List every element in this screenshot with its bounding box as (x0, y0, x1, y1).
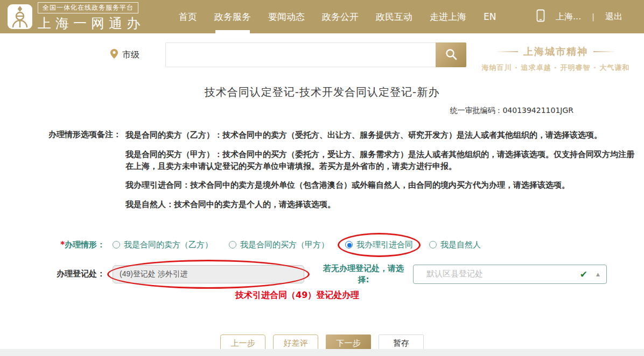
registry-input-wrap (113, 265, 304, 283)
registry-row: 办理登记处： 若无办理登记处，请选择: 默认区县登记处 ✔ ▲ (0, 263, 644, 286)
remarks-body: 我是合同的卖方（乙方）：技术合同中的卖方（受托方、出让方、服务提供方、研究开发方… (125, 130, 637, 218)
search-button[interactable] (436, 42, 466, 67)
nav-item-interaction[interactable]: 政民互动 (367, 0, 421, 33)
nav-item-home[interactable]: 首页 (170, 0, 206, 33)
approval-code-label: 统一审批编码： (450, 106, 502, 115)
search-group (165, 42, 466, 67)
decorative-line-right (593, 51, 616, 52)
city-spirit-block: 上海城市精神 海纳百川 · 追求卓越 · 开明睿智 · 大气谦和 (475, 45, 636, 73)
situation-label: *办理情形： (0, 240, 105, 250)
nav-item-english[interactable]: EN (475, 0, 505, 33)
radio-option-seller[interactable]: 我是合同的卖方（乙方） (113, 240, 213, 250)
radio-option-buyer[interactable]: 我是合同的买方（甲方） (229, 240, 329, 250)
radio-option-import[interactable]: 我办理引进合同 (345, 240, 413, 250)
main-nav: 首页 政务服务 要闻动态 政务公开 政民互动 走进上海 EN (170, 0, 505, 33)
region-label: 市级 (122, 49, 139, 61)
registry-label: 办理登记处： (0, 269, 105, 279)
header: 全国一体化在线政务服务平台 上海一网通办 首页 政务服务 要闻动态 政务公开 政… (0, 0, 644, 33)
radio-circle-icon[interactable] (113, 241, 120, 248)
nav-item-services[interactable]: 政务服务 (206, 0, 260, 33)
platform-label: 全国一体化在线政务服务平台 (38, 2, 138, 13)
radio-circle-icon[interactable] (429, 241, 437, 248)
radio-label: 我办理引进合同 (356, 240, 413, 250)
registry-note: 技术引进合同（49）登记处办理 (235, 290, 644, 301)
site-logo[interactable]: 全国一体化在线政务服务平台 上海一网通办 (8, 2, 144, 32)
page: 全国一体化在线政务服务平台 上海一网通办 首页 政务服务 要闻动态 政务公开 政… (0, 0, 644, 356)
header-separator: | (592, 12, 594, 21)
caret-up-icon[interactable]: ▲ (596, 272, 600, 277)
remarks-section: 办理情形选项备注： 我是合同的卖方（乙方）：技术合同中的卖方（受托方、出让方、服… (0, 130, 644, 218)
district-registry-dropdown[interactable]: 默认区县登记处 ✔ ▲ (413, 265, 607, 284)
decorative-line-left (495, 51, 518, 52)
remarks-paragraph-seller: 我是合同的卖方（乙方）：技术合同中的卖方（受托方、出让方、服务提供方、研究开发方… (125, 130, 637, 141)
situation-row: *办理情形： 我是合同的卖方（乙方） 我是合同的买方（甲方） 我办理引进合同 我… (0, 240, 644, 250)
user-name-link[interactable]: 上海... (556, 11, 581, 23)
remarks-paragraph-import: 我办理引进合同：技术合同中的卖方是境外单位（包含港澳台）或外籍自然人，由合同的境… (125, 180, 637, 191)
radio-circle-icon[interactable] (229, 241, 236, 248)
logo-emblem-icon (8, 4, 32, 29)
city-spirit-title: 上海城市精神 (523, 45, 588, 58)
required-asterisk: * (60, 240, 65, 250)
approval-code-row: 统一审批编码：040139421101JGR (0, 106, 644, 116)
approval-code-value: 040139421101JGR (502, 106, 573, 115)
mobile-phone-icon[interactable] (536, 9, 545, 24)
remarks-paragraph-buyer: 我是合同的买方（甲方）：技术合同中的买方（委托方，受让方、服务需求方）是法人或者… (125, 149, 637, 173)
nav-item-about-shanghai[interactable]: 走进上海 (421, 0, 475, 33)
region-selector[interactable]: 市级 (110, 49, 139, 61)
nav-item-disclosure[interactable]: 政务公开 (313, 0, 367, 33)
location-pin-icon (110, 49, 118, 61)
search-section: 市级 上海城市精神 海纳百川 · 追求卓越 · 开明睿智 · 大气谦和 (0, 42, 644, 68)
dropdown-value: 默认区县登记处 (426, 269, 580, 279)
radio-circle-icon[interactable] (345, 241, 353, 248)
nav-item-news[interactable]: 要闻动态 (260, 0, 313, 33)
check-icon: ✔ (580, 269, 587, 280)
search-input[interactable] (165, 42, 436, 67)
remarks-label: 办理情形选项备注： (0, 130, 121, 218)
city-spirit-title-row: 上海城市精神 (475, 45, 636, 58)
search-icon (445, 48, 457, 62)
city-spirit-motto: 海纳百川 · 追求卓越 · 开明睿智 · 大气谦和 (475, 63, 636, 73)
radio-option-individual[interactable]: 我是自然人 (429, 240, 481, 250)
header-right: 上海... | 退出 (536, 9, 622, 24)
registry-office-input[interactable] (113, 265, 304, 283)
situation-options: 我是合同的卖方（乙方） 我是合同的买方（甲方） 我办理引进合同 我是自然人 (113, 240, 481, 250)
site-name: 上海一网通办 (38, 15, 144, 32)
footer-strip (0, 349, 644, 356)
logout-link[interactable]: 退出 (605, 11, 622, 23)
radio-label: 我是合同的买方（甲方） (240, 240, 329, 250)
radio-label: 我是合同的卖方（乙方） (124, 240, 213, 250)
remarks-paragraph-individual: 我是自然人：技术合同中的卖方是个人的，请选择该选项。 (125, 199, 637, 211)
logo-text: 全国一体化在线政务服务平台 上海一网通办 (38, 2, 144, 32)
radio-label: 我是自然人 (440, 240, 481, 250)
registry-hint: 若无办理登记处，请选择: (320, 263, 407, 286)
page-title: 技术合同认定登记-技术开发合同认定登记-新办 (0, 85, 644, 99)
